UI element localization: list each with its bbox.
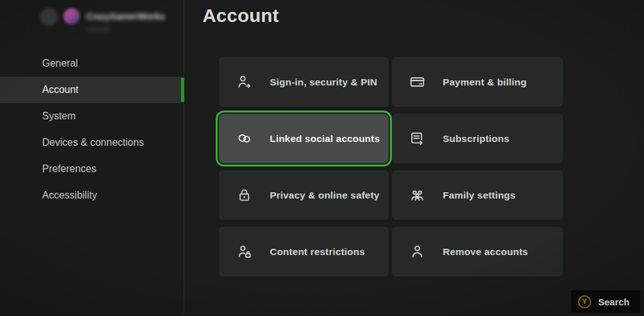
gamerscore-blur	[87, 28, 111, 31]
sidebar-item-label: System	[42, 111, 75, 122]
sidebar-item-account[interactable]: Account	[0, 77, 184, 103]
credit-card-icon	[409, 74, 426, 90]
sidebar-item-preferences[interactable]: Preferences	[0, 156, 184, 182]
settings-sidebar: CrazyGamerWorks General Account System D…	[0, 0, 184, 316]
tile-label: Remove accounts	[443, 246, 528, 258]
sidebar-item-label: Devices & connections	[42, 137, 144, 148]
tile-label: Content restrictions	[270, 246, 365, 258]
tile-privacy-online-safety[interactable]: Privacy & online safety	[219, 170, 389, 220]
tile-label: Linked social accounts	[270, 133, 380, 144]
tile-content-restrictions[interactable]: Content restrictions	[219, 227, 389, 276]
tile-label: Privacy & online safety	[270, 190, 379, 201]
sidebar-item-system[interactable]: System	[0, 103, 184, 129]
settings-nav: General Account System Devices & connect…	[0, 50, 184, 209]
tile-subscriptions[interactable]: Subscriptions	[392, 114, 563, 163]
page-title: Account	[203, 5, 279, 26]
controller-y-button-icon: Y	[578, 295, 591, 308]
tile-remove-accounts[interactable]: Remove accounts	[392, 227, 563, 276]
profile-ring-icon[interactable]	[40, 8, 58, 26]
padlock-icon	[236, 187, 253, 204]
search-label: Search	[598, 297, 630, 307]
tile-payment-billing[interactable]: Payment & billing	[392, 57, 563, 107]
selected-accent-bar	[181, 78, 184, 102]
account-tile-grid: Sign-in, security & PIN Payment & billin…	[219, 57, 563, 276]
person-lock-icon	[236, 243, 253, 260]
family-icon	[409, 187, 426, 204]
sidebar-item-label: Account	[42, 84, 79, 95]
tile-label: Family settings	[443, 190, 516, 201]
profile-header: CrazyGamerWorks	[0, 0, 184, 38]
tile-linked-social-accounts[interactable]: Linked social accounts	[219, 114, 389, 163]
tile-label: Subscriptions	[443, 133, 509, 144]
sidebar-item-general[interactable]: General	[0, 50, 184, 77]
tile-sign-in-security-pin[interactable]: Sign-in, security & PIN	[219, 57, 389, 107]
sidebar-item-devices-connections[interactable]: Devices & connections	[0, 129, 184, 156]
person-arrow-icon	[236, 74, 253, 90]
sidebar-item-accessibility[interactable]: Accessibility	[0, 182, 184, 209]
sidebar-item-label: General	[42, 58, 78, 69]
sidebar-item-label: Accessibility	[42, 190, 97, 201]
tile-label: Payment & billing	[443, 77, 526, 88]
person-icon	[409, 243, 426, 260]
sidebar-item-label: Preferences	[42, 163, 96, 175]
avatar[interactable]	[64, 8, 80, 25]
search-button[interactable]: Y Search	[571, 290, 640, 313]
username: CrazyGamerWorks	[86, 11, 165, 21]
account-settings-panel: Account Sign-in, security & PIN Payment …	[185, 0, 644, 316]
tile-family-settings[interactable]: Family settings	[392, 170, 563, 220]
linked-chain-icon	[236, 130, 253, 147]
subscription-list-icon	[409, 130, 426, 147]
tile-label: Sign-in, security & PIN	[270, 77, 377, 88]
